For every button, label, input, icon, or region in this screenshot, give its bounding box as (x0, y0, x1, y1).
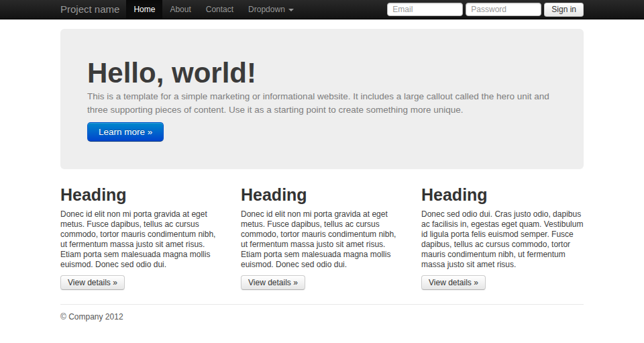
nav-menu: Home About Contact Dropdown (126, 0, 301, 19)
column-heading: Heading (421, 186, 584, 204)
view-details-button-3[interactable]: View details » (421, 275, 486, 290)
footer-divider (60, 304, 584, 305)
column-2: Heading Donec id elit non mi porta gravi… (241, 186, 403, 290)
nav-item-home[interactable]: Home (126, 0, 162, 19)
column-heading: Heading (60, 186, 223, 204)
footer: © Company 2012 (60, 304, 584, 322)
column-3: Heading Donec sed odio dui. Cras justo o… (421, 186, 584, 290)
column-text: Donec id elit non mi porta gravida at eg… (60, 209, 223, 270)
columns-row: Heading Donec id elit non mi porta gravi… (60, 186, 584, 290)
signin-form: Sign in (387, 0, 584, 19)
navbar-inner: Project name Home About Contact Dropdown… (60, 0, 584, 19)
nav-item-about[interactable]: About (162, 0, 198, 19)
main-container: Hello, world! This is a template for a s… (60, 29, 584, 322)
copyright-text: © Company 2012 (60, 312, 584, 322)
password-field[interactable] (466, 3, 541, 16)
view-details-button-1[interactable]: View details » (60, 275, 125, 290)
navbar: Project name Home About Contact Dropdown… (0, 0, 644, 19)
caret-down-icon (288, 9, 294, 11)
nav-item-contact[interactable]: Contact (199, 0, 241, 19)
hero-title: Hello, world! (87, 58, 557, 89)
column-1: Heading Donec id elit non mi porta gravi… (60, 186, 223, 290)
nav-item-dropdown[interactable]: Dropdown (241, 0, 301, 19)
learn-more-button[interactable]: Learn more » (87, 122, 164, 142)
view-details-button-2[interactable]: View details » (241, 275, 305, 290)
hero-description: This is a template for a simple marketin… (87, 90, 557, 116)
column-text: Donec id elit non mi porta gravida at eg… (241, 209, 403, 270)
column-heading: Heading (241, 186, 403, 204)
email-field[interactable] (387, 3, 463, 16)
column-text: Donec sed odio dui. Cras justo odio, dap… (421, 209, 584, 270)
sign-in-button[interactable]: Sign in (544, 3, 584, 17)
nav-item-dropdown-label: Dropdown (248, 5, 285, 14)
brand-link[interactable]: Project name (60, 0, 119, 19)
hero-unit: Hello, world! This is a template for a s… (60, 29, 584, 169)
